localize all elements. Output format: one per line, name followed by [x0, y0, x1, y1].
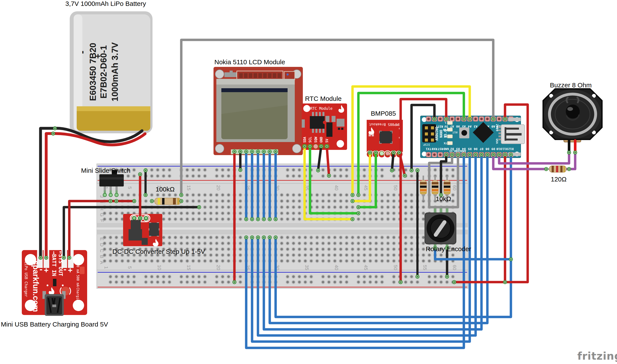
fritzing-watermark: fritzing — [577, 350, 617, 362]
resistors-10k[interactable] — [420, 180, 450, 195]
mounting-hole — [303, 105, 310, 112]
label-dcdc[interactable]: DC-DC Converter Step Up 1-5V — [112, 248, 205, 255]
battery-plus-mark: + — [93, 53, 103, 59]
svg-text:40: 40 — [334, 185, 339, 190]
label-r120[interactable]: 120Ω — [551, 176, 566, 183]
charger-pos1: + — [44, 266, 48, 274]
battery-print-line2: E7B02-D60-1 — [99, 45, 108, 99]
svg-text:5V: 5V — [444, 125, 448, 128]
bmp-sensor-chip — [380, 131, 392, 143]
svg-text:RX: RX — [444, 135, 447, 138]
svg-text:D8: D8 — [486, 147, 489, 151]
buzzer-dome — [566, 104, 580, 118]
nano-brand-line1: ARDUINO — [435, 127, 439, 141]
svg-text:SCL: SCL — [308, 137, 312, 143]
svg-text:A0: A0 — [491, 125, 495, 128]
charger-charging-label: Charging — [76, 287, 80, 303]
rotary-encoder[interactable] — [425, 208, 456, 249]
svg-text:GND: GND — [443, 147, 449, 151]
svg-text:TX1: TX1 — [426, 147, 431, 151]
usb-charger-board[interactable]: sparkfun.com LiPo USB Charger →BATT IN ←… — [22, 250, 87, 316]
battery-print-line3: 1000mAh 3.7V — [110, 42, 120, 102]
svg-text:55: 55 — [422, 265, 428, 270]
svg-text:F: F — [99, 219, 105, 222]
label-bmp085[interactable]: BMP085 — [371, 110, 396, 117]
label-charger[interactable]: Mini USB Battery Charging Board 5V — [1, 321, 108, 328]
connection-dot — [132, 216, 136, 220]
svg-text:D11: D11 — [502, 147, 508, 151]
nano-usa-label: USA — [495, 139, 499, 144]
svg-text:60: 60 — [452, 265, 457, 270]
svg-text:D: D — [99, 243, 105, 247]
battery-print-line1: E603450 7B20 — [88, 43, 98, 101]
svg-text:5: 5 — [127, 266, 132, 269]
svg-text:PWR: PWR — [443, 128, 447, 131]
nano-site-label: ARDUINO.CC — [449, 149, 466, 153]
bmp-silk-title: BMP085 Breakout — [369, 122, 401, 127]
label-rtc[interactable]: RTC Module — [305, 95, 341, 102]
connection-dot — [144, 216, 148, 220]
svg-text:RST: RST — [437, 147, 443, 151]
svg-text:1: 1 — [104, 266, 109, 269]
charger-neg2: - — [63, 265, 67, 273]
rtc-module-board[interactable]: RTC Module SDASCLSQWGND5V — [302, 104, 347, 150]
bmp085-board[interactable]: BMP085 Breakout — [367, 120, 403, 158]
svg-text:E: E — [99, 237, 105, 241]
resistor-120[interactable] — [549, 166, 566, 172]
charger-batt-in-label: →BATT IN — [51, 251, 57, 276]
charger-500ma: 500 mA — [76, 275, 80, 287]
svg-text:40: 40 — [334, 265, 339, 270]
svg-text:60: 60 — [452, 185, 457, 190]
label-encoder[interactable]: Rotary Encoder — [426, 245, 471, 252]
rtc-silk-title: RTC Module — [310, 106, 332, 111]
svg-text:B: B — [99, 255, 105, 258]
svg-text:D7: D7 — [480, 147, 484, 151]
svg-text:15: 15 — [186, 185, 192, 190]
nano-year-label: 2009 — [495, 124, 499, 131]
charger-100ma: 100 mA — [76, 261, 80, 273]
nano-usb-connector — [499, 125, 525, 144]
connection-dot — [103, 193, 106, 197]
wire-bmp-gnd-black[interactable] — [392, 153, 394, 170]
svg-text:SQW: SQW — [314, 137, 318, 143]
buzzer-speaker[interactable] — [543, 89, 602, 142]
svg-text:10: 10 — [157, 265, 162, 270]
nokia5110-lcd[interactable] — [213, 67, 303, 155]
svg-text:GND: GND — [319, 137, 323, 143]
label-r10k[interactable]: 10kΩ — [436, 195, 451, 202]
svg-text:A3: A3 — [474, 125, 478, 128]
arduino-nano[interactable]: VINGNDRST5VA7A6A5A4A3A2A1A0REF3V3D13TX1R… — [420, 116, 525, 158]
label-buzzer[interactable]: Buzzer 8 Ohm — [550, 81, 592, 89]
label-battery[interactable]: 3,7V 1000mAh LiPo Battery — [65, 0, 146, 7]
svg-text:C: C — [99, 249, 105, 252]
svg-text:50: 50 — [393, 185, 398, 190]
battery-minus-mark: - — [77, 51, 87, 54]
charger-pos2: + — [68, 266, 72, 274]
charger-neg1: - — [39, 265, 43, 273]
charger-product: LiPo USB Charger — [24, 261, 28, 297]
svg-text:G: G — [99, 213, 105, 217]
svg-text:SDA: SDA — [303, 137, 307, 143]
svg-text:L: L — [445, 121, 446, 124]
mounting-hole — [337, 140, 344, 147]
wire-d9-purple-b[interactable] — [566, 153, 575, 169]
svg-text:5: 5 — [127, 186, 132, 189]
svg-text:45: 45 — [363, 185, 369, 190]
dcdc-converter-board[interactable] — [123, 214, 162, 246]
label-r100k[interactable]: 100kΩ — [156, 186, 174, 193]
nano-icsp-header — [422, 124, 436, 143]
label-slide-switch[interactable]: Mini Slide Switch — [81, 167, 131, 174]
lipo-battery[interactable]: E603450 7B20 E7B02-D60-1 1000mAh 3.7V - … — [70, 11, 153, 133]
svg-text:D12: D12 — [508, 147, 513, 151]
nano-reset-button[interactable] — [459, 128, 469, 138]
svg-text:D6: D6 — [474, 147, 478, 151]
svg-text:D5: D5 — [468, 147, 472, 151]
svg-text:A: A — [99, 261, 105, 264]
connection-dot — [109, 193, 112, 197]
connection-dot — [115, 193, 118, 197]
nano-rst-label: RST — [452, 131, 458, 134]
svg-text:35: 35 — [304, 265, 310, 270]
label-lcd[interactable]: Nokia 5110 LCD Module — [214, 58, 285, 65]
nano-icsp-label: ICSP — [423, 143, 430, 146]
resistor-100k[interactable] — [155, 198, 181, 205]
